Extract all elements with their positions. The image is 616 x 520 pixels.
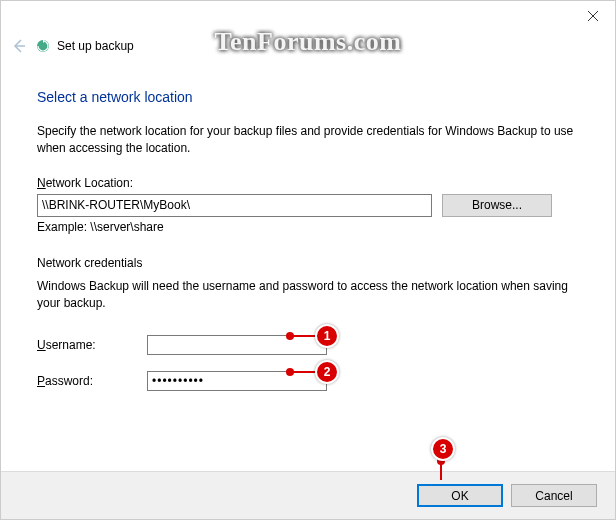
close-icon: [588, 11, 598, 21]
backup-app-icon: [35, 38, 51, 54]
browse-button[interactable]: Browse...: [442, 194, 552, 217]
wizard-title: Set up backup: [57, 39, 134, 53]
credentials-group-title: Network credentials: [37, 256, 579, 270]
wizard-header: Set up backup: [1, 31, 615, 61]
page-description: Specify the network location for your ba…: [37, 123, 579, 158]
page-heading: Select a network location: [37, 89, 579, 105]
window-titlebar: [1, 1, 615, 31]
network-location-example: Example: \\server\share: [37, 220, 579, 234]
username-input[interactable]: [147, 335, 327, 355]
username-row: Username:: [37, 335, 579, 355]
network-location-input[interactable]: [37, 194, 432, 217]
password-row: Password:: [37, 371, 579, 391]
password-input[interactable]: [147, 371, 327, 391]
content-area: Select a network location Specify the ne…: [1, 61, 615, 391]
username-label: Username:: [37, 338, 147, 352]
cancel-button[interactable]: Cancel: [511, 484, 597, 507]
dialog-footer: OK Cancel: [1, 471, 615, 519]
credentials-group-description: Windows Backup will need the username an…: [37, 278, 579, 313]
back-arrow-icon: [11, 38, 27, 54]
close-button[interactable]: [571, 1, 615, 31]
back-button[interactable]: [9, 36, 29, 56]
annotation-marker-3: 3: [431, 437, 455, 461]
ok-button[interactable]: OK: [417, 484, 503, 507]
network-location-label: Network Location:: [37, 176, 579, 190]
password-label: Password:: [37, 374, 147, 388]
